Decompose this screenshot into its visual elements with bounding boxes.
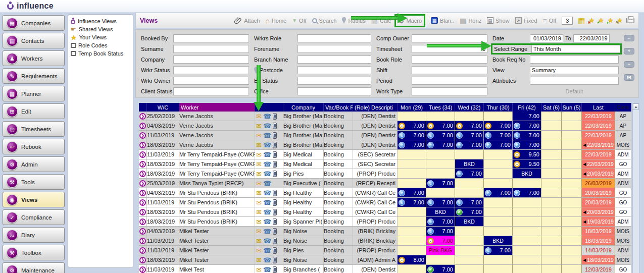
add-button[interactable]: + — [624, 48, 634, 54]
sidebar-item-maintenance[interactable]: ⚙Maintenance — [3, 262, 65, 273]
day-cell-wed[interactable] — [455, 179, 484, 188]
row-expand-icon[interactable]: ❯ — [139, 247, 146, 254]
day-cell-sat[interactable] — [541, 265, 562, 273]
sidebar-item-rebook[interactable]: ↩Rebook — [3, 139, 65, 154]
star-green-plus-icon[interactable]: ★+ — [608, 17, 614, 24]
day-cell-tue[interactable]: c7.00 — [426, 179, 455, 188]
day-cell-thu[interactable] — [484, 265, 513, 273]
table-row[interactable]: ❯04/03/2019Verne Jacobs✉☎Big Brother (Ma… — [139, 121, 631, 131]
day-cell-fri[interactable] — [513, 207, 541, 216]
envelope-icon[interactable]: ✉ — [256, 237, 262, 245]
day-cell-mon[interactable] — [398, 246, 426, 255]
row-expand-icon[interactable]: ❯ — [139, 161, 146, 168]
day-cell-fri[interactable]: BKD — [513, 169, 541, 178]
toolbar-item-home[interactable]: ⌂Home — [265, 17, 286, 25]
day-cell-sun[interactable] — [562, 159, 582, 169]
day-cell-fri[interactable] — [513, 217, 541, 226]
envelope-icon[interactable]: ✉ — [256, 113, 262, 120]
phone-icon[interactable]: ☎ — [263, 122, 271, 130]
envelope-icon[interactable]: ✉ — [256, 160, 262, 168]
table-row[interactable]: ❯11/03/2019Mikel Tester✉☎Big NoiseBookin… — [139, 236, 631, 246]
envelope-icon[interactable]: ✉ — [256, 266, 262, 273]
mobile-icon[interactable] — [273, 257, 277, 263]
table-row[interactable]: ❯11/03/2019Mikel Test✉☎Big Branches (Boo… — [139, 265, 631, 273]
day-cell-tue[interactable]: ✓7.00 — [426, 265, 455, 273]
day-cell-fri[interactable] — [513, 179, 541, 188]
envelope-icon[interactable]: ✉ — [256, 151, 262, 158]
row-expand-icon[interactable]: ❯ — [139, 190, 146, 196]
mobile-icon[interactable] — [273, 209, 277, 215]
mobile-icon[interactable] — [273, 123, 277, 129]
filter-input-wrkr-owner[interactable] — [173, 77, 249, 85]
mobile-icon[interactable] — [273, 266, 277, 273]
table-row[interactable]: ❯04/03/2019Mikel Tester✉☎Big NoiseBookin… — [139, 227, 631, 236]
table-row[interactable]: ❯18/03/2019Verne Jacobs✉☎Big Brother (Ma… — [139, 140, 631, 150]
row-expand-icon[interactable]: ❯ — [139, 199, 146, 206]
grid-header--role-descripti[interactable]: (Role) Descripti — [353, 103, 398, 112]
grid-header-w-c[interactable]: W/C — [147, 103, 179, 112]
table-row[interactable]: ❯25/02/2019Verne Jacobs✉☎Big Brother (Ma… — [139, 112, 631, 121]
phone-icon[interactable]: ☎ — [263, 256, 271, 264]
day-cell-mon[interactable] — [398, 159, 426, 169]
date-to-input[interactable] — [573, 34, 610, 42]
day-cell-sun[interactable] — [562, 198, 582, 207]
day-cell-thu[interactable] — [484, 159, 513, 169]
day-cell-sun[interactable] — [562, 179, 582, 188]
day-cell-sat[interactable] — [541, 159, 562, 169]
grid-header-tues-34-[interactable]: Tues (34) — [426, 103, 455, 112]
day-cell-thu[interactable]: c7.00 — [484, 140, 513, 149]
views-panel-item-influence-views[interactable]: Influence Views — [70, 17, 131, 25]
day-cell-thu[interactable] — [484, 198, 513, 207]
day-cell-mon[interactable] — [398, 217, 426, 226]
row-expand-icon[interactable]: ❯ — [139, 171, 146, 177]
filter-input-surname[interactable] — [173, 45, 249, 53]
day-cell-thu[interactable] — [484, 217, 513, 226]
day-cell-thu[interactable] — [484, 207, 513, 216]
day-cell-sat[interactable] — [541, 140, 562, 149]
day-cell-mon[interactable]: ⌄7.00 — [398, 121, 426, 130]
row-expand-icon[interactable]: ❯ — [139, 151, 146, 158]
day-cell-tue[interactable] — [426, 159, 455, 169]
sidebar-item-toolbox[interactable]: ⚒Toolbox — [3, 245, 65, 260]
row-expand-icon[interactable]: ❯ — [139, 123, 146, 129]
day-cell-sun[interactable] — [562, 227, 582, 236]
day-cell-tue[interactable]: c7.00 — [426, 217, 455, 226]
day-cell-sun[interactable] — [562, 188, 582, 197]
toolbar-item-search[interactable]: Search — [312, 18, 337, 24]
day-cell-tue[interactable]: c7.00 — [426, 140, 455, 149]
mobile-icon[interactable] — [273, 171, 277, 177]
envelope-icon[interactable]: ✉ — [256, 228, 262, 235]
day-cell-tue[interactable] — [426, 188, 455, 197]
phone-icon[interactable]: ☎ — [263, 189, 271, 197]
views-panel-item-shared-views[interactable]: ☛Shared Views — [70, 25, 131, 33]
day-cell-wed[interactable] — [455, 236, 484, 245]
day-cell-tue[interactable]: Pink-BKG — [426, 246, 455, 255]
mobile-icon[interactable] — [273, 238, 277, 244]
book-req-no-input[interactable] — [530, 56, 619, 64]
grid-header-icons[interactable] — [139, 103, 147, 112]
day-cell-fri[interactable] — [513, 246, 541, 255]
row-expand-icon[interactable]: ❯ — [139, 228, 146, 235]
phone-icon[interactable]: ☎ — [263, 218, 271, 226]
day-cell-fri[interactable]: c7.00 — [513, 131, 541, 140]
grid-header-wed-32-[interactable]: Wed (32) — [455, 103, 484, 112]
phone-icon[interactable]: ☎ — [263, 170, 271, 178]
day-cell-sat[interactable] — [541, 150, 562, 159]
grid-header-vac-book-req[interactable]: Vac/Book Req — [324, 103, 353, 112]
day-cell-tue[interactable] — [426, 255, 455, 264]
day-cell-fri[interactable] — [513, 236, 541, 245]
envelope-icon[interactable]: ✉ — [256, 180, 262, 187]
phone-icon[interactable]: ☎ — [263, 113, 271, 120]
default-button[interactable]: Default — [530, 88, 619, 94]
table-row[interactable]: ❯18/03/2019Mikel Tester✉☎Big NoiseBookin… — [139, 255, 631, 265]
grid-header-sat-6-[interactable]: Sat (6) — [541, 103, 562, 112]
toolbar-item-radius[interactable]: Radius — [342, 17, 365, 24]
table-row[interactable]: ❯18/03/2019Mr Terry Tempaid-Paye (CWKR)✉… — [139, 159, 631, 169]
row-expand-icon[interactable]: ❯ — [139, 113, 146, 120]
toolbar-item-off[interactable]: ▼Off — [292, 18, 306, 24]
remove-button[interactable]: − — [624, 61, 634, 68]
day-cell-tue[interactable] — [426, 150, 455, 159]
day-cell-sun[interactable] — [562, 121, 582, 130]
day-cell-sun[interactable] — [562, 140, 582, 149]
day-cell-sat[interactable] — [541, 121, 562, 130]
